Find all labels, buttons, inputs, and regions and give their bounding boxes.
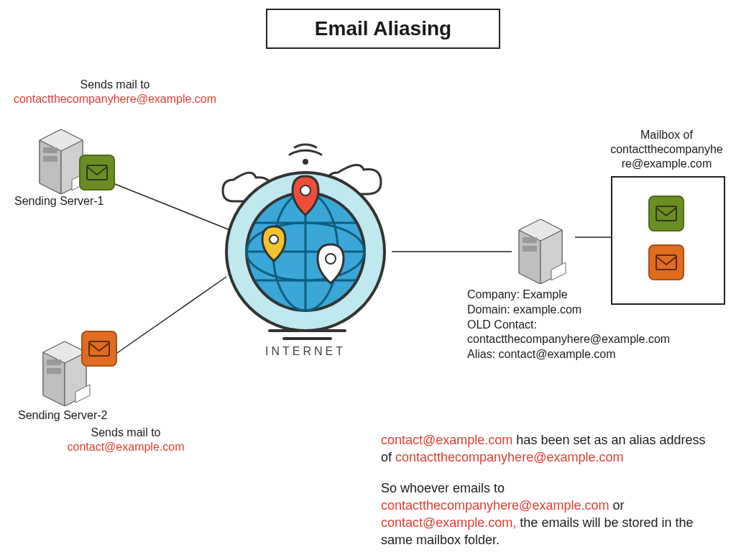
svg-rect-43 xyxy=(656,255,676,270)
diagram-canvas: Email Aliasing Sends mail to contactthec… xyxy=(0,0,736,560)
mailbox-caption-l2: contactthecompanyhe xyxy=(610,143,723,155)
server1-caption: Sends mail to contactthecompanyhere@exam… xyxy=(7,78,223,106)
explain-p1: contact@example.com has been set as an a… xyxy=(381,431,719,467)
mail-icon-orange-2 xyxy=(648,244,684,280)
svg-rect-39 xyxy=(523,237,537,243)
envelope-icon xyxy=(86,165,108,180)
svg-rect-40 xyxy=(523,246,537,252)
svg-rect-11 xyxy=(87,165,107,180)
svg-line-1 xyxy=(108,277,226,359)
svg-point-34 xyxy=(326,254,336,264)
alias-line: Alias: contact@example.com xyxy=(467,347,690,362)
svg-rect-8 xyxy=(43,147,58,153)
explain-email-main2: contactthecompanyhere@example.com xyxy=(381,498,609,513)
oldcontact-line: OLD Contact: xyxy=(467,318,690,333)
server-icon xyxy=(512,216,576,284)
svg-point-20 xyxy=(303,159,308,165)
envelope-icon xyxy=(656,254,677,270)
receiving-server xyxy=(512,216,576,284)
svg-point-32 xyxy=(300,185,310,196)
svg-rect-16 xyxy=(47,359,61,365)
mailbox-caption-l1: Mailbox of xyxy=(640,129,693,141)
explain-email-alias: contact@example.com xyxy=(381,433,512,447)
svg-point-33 xyxy=(270,235,278,244)
mailbox-caption-l3: re@example.com xyxy=(622,157,712,170)
server1-label: Sending Server-1 xyxy=(14,194,122,208)
mail-icon-green-2 xyxy=(648,196,684,231)
svg-rect-42 xyxy=(656,206,676,221)
svg-rect-17 xyxy=(47,368,61,374)
server2-caption-text: Sends mail to xyxy=(91,426,161,439)
mail-icon-green-1 xyxy=(79,155,115,191)
internet-globe xyxy=(212,133,399,349)
explain-text: So whoever emails to xyxy=(381,481,505,495)
globe-icon xyxy=(212,133,399,349)
explain-email-alias2: contact@example.com, xyxy=(381,515,516,530)
envelope-icon xyxy=(88,341,110,357)
envelope-icon xyxy=(656,206,677,221)
svg-line-0 xyxy=(104,180,230,230)
oldcontact-email: contactthecompanyhere@example.com xyxy=(467,332,690,347)
diagram-title: Email Aliasing xyxy=(266,9,500,49)
explanation: contact@example.com has been set as an a… xyxy=(381,431,719,549)
mailbox-caption: Mailbox of contactthecompanyhe re@exampl… xyxy=(604,128,730,171)
internet-label: INTERNET xyxy=(212,345,399,358)
server2-caption: Sends mail to contact@example.com xyxy=(47,426,205,454)
mail-icon-orange-1 xyxy=(81,331,117,367)
svg-rect-19 xyxy=(89,341,109,356)
explain-p2: So whoever emails to contactthecompanyhe… xyxy=(381,479,719,549)
server1-caption-email: contactthecompanyhere@example.com xyxy=(14,93,216,105)
svg-rect-9 xyxy=(43,156,58,162)
explain-text: or xyxy=(609,498,624,513)
explain-email-main: contactthecompanyhere@example.com xyxy=(395,450,623,464)
server2-label: Sending Server-2 xyxy=(18,408,133,423)
server1-caption-text: Sends mail to xyxy=(80,78,150,91)
server2-caption-email: contact@example.com xyxy=(68,441,185,453)
